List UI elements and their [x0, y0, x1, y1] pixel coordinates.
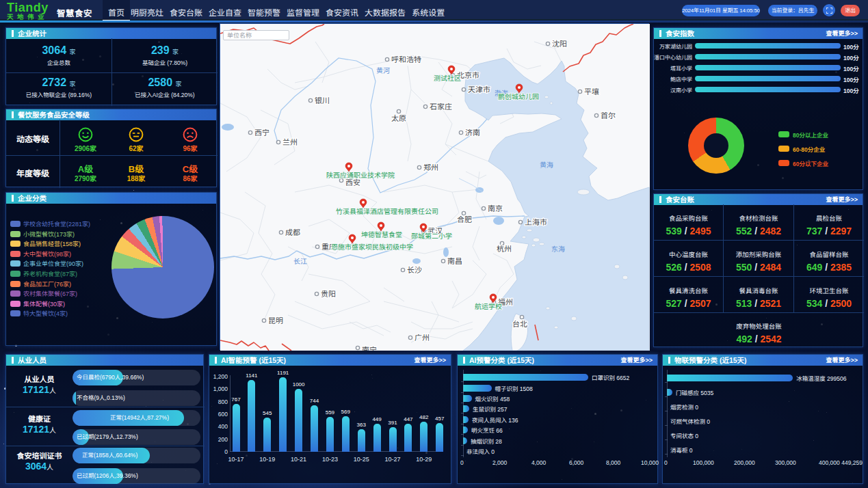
- svg-text:恩施市盛家坝民族初级中学: 恩施市盛家坝民族初级中学: [331, 241, 413, 252]
- svg-text:长江: 长江: [293, 256, 307, 266]
- svg-text:广州: 广州: [415, 331, 430, 342]
- svg-text:郧城第二小学: 郧城第二小学: [411, 230, 452, 241]
- svg-text:黄海: 黄海: [540, 159, 553, 170]
- svg-text:沈阳: 沈阳: [552, 38, 567, 49]
- svg-text:坤德智慧食堂: 坤德智慧食堂: [361, 229, 402, 239]
- svg-text:陕西应通职业技术学院: 陕西应通职业技术学院: [326, 170, 395, 180]
- svg-text:东海: 东海: [551, 243, 565, 254]
- svg-text:黄河: 黄河: [376, 65, 390, 75]
- svg-text:南宁: 南宁: [362, 344, 377, 351]
- svg-text:呼和浩特: 呼和浩特: [391, 53, 421, 64]
- svg-text:杭州: 杭州: [497, 243, 512, 254]
- svg-text:长沙: 长沙: [407, 264, 422, 275]
- svg-text:贵阳: 贵阳: [321, 288, 336, 299]
- svg-text:兰州: 兰州: [282, 136, 298, 147]
- svg-text:鹏创城幼儿园: 鹏创城幼儿园: [498, 91, 539, 101]
- svg-text:银川: 银川: [315, 94, 330, 105]
- svg-text:测试社区: 测试社区: [434, 72, 461, 83]
- svg-text:成都: 成都: [285, 226, 300, 237]
- svg-text:郑州: 郑州: [423, 161, 438, 172]
- svg-text:石家庄: 石家庄: [430, 100, 452, 111]
- svg-text:太原: 太原: [391, 112, 406, 123]
- svg-text:上海市: 上海市: [525, 216, 547, 227]
- svg-text:南京: 南京: [488, 202, 503, 213]
- svg-text:台北: 台北: [512, 318, 527, 329]
- svg-text:航运学校: 航运学校: [475, 301, 502, 311]
- svg-text:平壤: 平壤: [584, 85, 599, 96]
- svg-text:合肥: 合肥: [457, 213, 472, 224]
- svg-text:首尔: 首尔: [601, 109, 616, 120]
- svg-text:南昌: 南昌: [447, 255, 462, 266]
- svg-text:竹溪县福泽酒店管理有限责任公司: 竹溪县福泽酒店管理有限责任公司: [336, 206, 438, 216]
- svg-text:西宁: 西宁: [254, 126, 269, 137]
- svg-text:济南: 济南: [465, 126, 480, 137]
- svg-text:昆明: 昆明: [268, 314, 283, 325]
- svg-text:天津市: 天津市: [468, 83, 490, 94]
